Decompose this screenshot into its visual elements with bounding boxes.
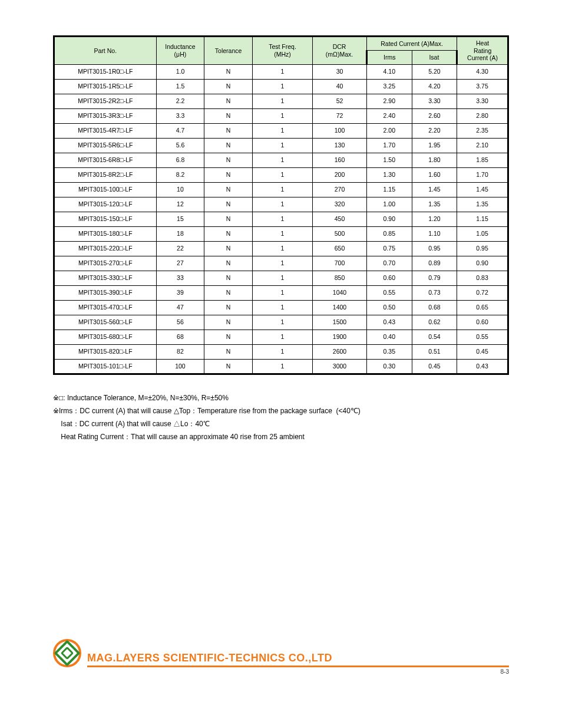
table-row: MPIT3015-180□-LF18N15000.851.101.05	[54, 226, 508, 241]
cell-dcr: 52	[313, 94, 367, 108]
cell-irms: 0.50	[366, 300, 412, 315]
cell-tol: N	[204, 167, 253, 182]
table-row: MPIT3015-470□-LF47N114000.500.680.65	[54, 300, 508, 315]
cell-heat: 3.75	[457, 79, 508, 94]
cell-f: 1	[252, 138, 312, 153]
cell-irms: 0.55	[366, 285, 412, 300]
cell-dcr: 100	[313, 123, 367, 138]
col-test-freq: Test Freq.(MHz)	[252, 37, 312, 65]
cell-l: 39	[156, 285, 204, 300]
cell-f: 1	[252, 212, 312, 226]
table-row: MPIT3015-6R8□-LF6.8N11601.501.801.85	[54, 153, 508, 167]
cell-pn: MPIT3015-6R8□-LF	[54, 153, 157, 167]
cell-l: 100	[156, 359, 204, 374]
cell-dcr: 2600	[313, 344, 367, 359]
cell-pn: MPIT3015-100□-LF	[54, 182, 157, 197]
note-line-1: ※□: Inductance Tolerance, M=±20%, N=±30%…	[53, 391, 509, 404]
cell-heat: 0.90	[457, 256, 508, 271]
cell-f: 1	[252, 344, 312, 359]
table-row: MPIT3015-390□-LF39N110400.550.730.72	[54, 285, 508, 300]
cell-isat: 0.54	[412, 330, 457, 344]
table-row: MPIT3015-680□-LF68N119000.400.540.55	[54, 330, 508, 344]
cell-f: 1	[252, 241, 312, 256]
cell-l: 27	[156, 256, 204, 271]
note-line-4: Heat Rating Current：That will cause an a…	[53, 430, 509, 443]
cell-pn: MPIT3015-330□-LF	[54, 271, 157, 285]
cell-pn: MPIT3015-101□-LF	[54, 359, 157, 374]
cell-isat: 0.68	[412, 300, 457, 315]
cell-irms: 0.90	[366, 212, 412, 226]
cell-l: 6.8	[156, 153, 204, 167]
cell-dcr: 850	[313, 271, 367, 285]
cell-isat: 1.80	[412, 153, 457, 167]
cell-f: 1	[252, 256, 312, 271]
cell-tol: N	[204, 197, 253, 212]
cell-pn: MPIT3015-1R5□-LF	[54, 79, 157, 94]
table-row: MPIT3015-100□-LF10N12701.151.451.45	[54, 182, 508, 197]
specification-table: Part No. Inductance(μH) Tolerance Test F…	[53, 35, 509, 375]
notes-block: ※□: Inductance Tolerance, M=±20%, N=±30%…	[53, 391, 509, 444]
cell-f: 1	[252, 79, 312, 94]
cell-f: 1	[252, 300, 312, 315]
cell-dcr: 1040	[313, 285, 367, 300]
cell-l: 82	[156, 344, 204, 359]
table-row: MPIT3015-820□-LF82N126000.350.510.45	[54, 344, 508, 359]
cell-f: 1	[252, 330, 312, 344]
cell-isat: 1.20	[412, 212, 457, 226]
cell-heat: 0.72	[457, 285, 508, 300]
cell-f: 1	[252, 226, 312, 241]
cell-isat: 2.60	[412, 108, 457, 123]
cell-irms: 0.75	[366, 241, 412, 256]
cell-dcr: 1500	[313, 315, 367, 330]
cell-irms: 3.25	[366, 79, 412, 94]
table-row: MPIT3015-2R2□-LF2.2N1522.903.303.30	[54, 94, 508, 108]
cell-heat: 2.35	[457, 123, 508, 138]
cell-isat: 1.35	[412, 197, 457, 212]
col-heat-rating: HeatRatingCurrent (A)	[457, 37, 508, 65]
cell-l: 10	[156, 182, 204, 197]
cell-isat: 5.20	[412, 64, 457, 79]
cell-tol: N	[204, 138, 253, 153]
cell-heat: 1.15	[457, 212, 508, 226]
cell-tol: N	[204, 212, 253, 226]
cell-f: 1	[252, 94, 312, 108]
col-isat: Isat	[412, 51, 457, 64]
cell-isat: 0.51	[412, 344, 457, 359]
col-inductance: Inductance(μH)	[156, 37, 204, 65]
cell-f: 1	[252, 285, 312, 300]
col-tolerance: Tolerance	[204, 37, 253, 65]
cell-pn: MPIT3015-560□-LF	[54, 315, 157, 330]
cell-l: 2.2	[156, 94, 204, 108]
cell-pn: MPIT3015-270□-LF	[54, 256, 157, 271]
note-line-3: Isat：DC current (A) that will cause △Lo：…	[53, 417, 509, 430]
cell-dcr: 270	[313, 182, 367, 197]
cell-l: 15	[156, 212, 204, 226]
cell-f: 1	[252, 359, 312, 374]
col-part-no: Part No.	[54, 37, 157, 65]
cell-heat: 0.95	[457, 241, 508, 256]
cell-f: 1	[252, 315, 312, 330]
cell-f: 1	[252, 64, 312, 79]
cell-dcr: 130	[313, 138, 367, 153]
cell-heat: 0.65	[457, 300, 508, 315]
cell-pn: MPIT3015-220□-LF	[54, 241, 157, 256]
cell-heat: 2.80	[457, 108, 508, 123]
cell-tol: N	[204, 241, 253, 256]
cell-tol: N	[204, 64, 253, 79]
table-row: MPIT3015-220□-LF22N16500.750.950.95	[54, 241, 508, 256]
cell-dcr: 320	[313, 197, 367, 212]
cell-pn: MPIT3015-820□-LF	[54, 344, 157, 359]
cell-l: 33	[156, 271, 204, 285]
cell-l: 1.0	[156, 64, 204, 79]
cell-irms: 1.70	[366, 138, 412, 153]
cell-isat: 2.20	[412, 123, 457, 138]
cell-irms: 1.30	[366, 167, 412, 182]
cell-heat: 1.05	[457, 226, 508, 241]
cell-tol: N	[204, 108, 253, 123]
cell-tol: N	[204, 182, 253, 197]
cell-tol: N	[204, 285, 253, 300]
footer: MAG.LAYERS SCIENTIFIC-TECHNICS CO.,LTD 8…	[53, 639, 509, 675]
table-row: MPIT3015-3R3□-LF3.3N1722.402.602.80	[54, 108, 508, 123]
cell-isat: 1.60	[412, 167, 457, 182]
cell-irms: 1.15	[366, 182, 412, 197]
